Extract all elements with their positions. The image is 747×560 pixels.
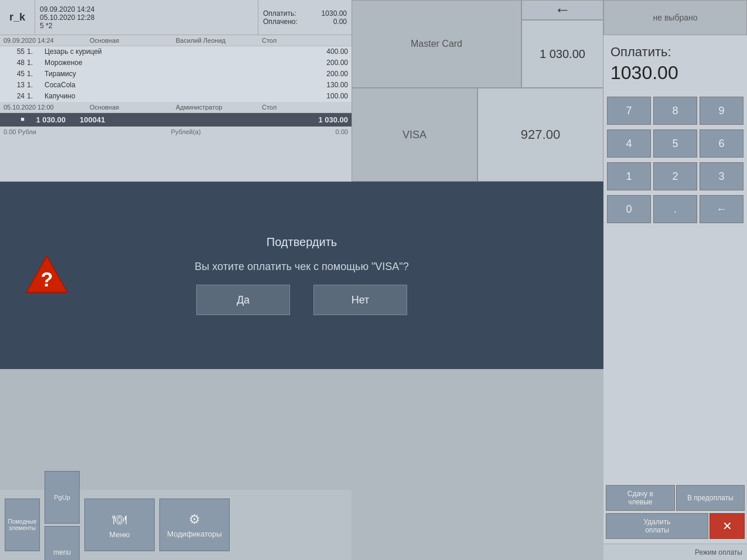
numpad-1[interactable]: 1 [607,162,651,190]
section1-name: Основная [90,37,176,44]
menu-label: Меню [109,530,129,539]
pomosh-button[interactable]: Помодные элементы [5,498,40,551]
section1-header: 09.09.2020 14:24 Основная Василий Леонид… [0,35,352,46]
section2-table: Стол [262,104,348,111]
count-divisor: 5 *2 [40,22,253,30]
section2-date: 05.10.2020 12:00 [4,104,90,111]
date-cell: 09.09.2020 14:24 05.10.2020 12:28 5 *2 [35,0,258,35]
no-button[interactable]: Нет [313,285,407,315]
bottom-right-buttons: Сдачу в члевые В предоплаты Удалить опла… [603,483,747,544]
bottom-mid-panel [352,378,603,560]
right-panel: не выбрано Оплатить: 1030.00 7 8 9 4 5 6… [603,0,747,560]
numpad-row-2: 4 5 6 [606,128,745,159]
section2-waiter: Администратор [176,104,262,111]
warning-icon: ? [23,254,70,297]
status-bar: Режим оплаты [603,544,747,560]
section2-name: Основная [90,104,176,111]
dialog-question: Вы хотите оплатить чек с помощью "VISA"? [195,261,408,273]
table-row: 55 1. Цезарь с курицей 400.00 [0,46,352,57]
dialog-buttons: Да Нет [196,285,407,315]
numpad-row-3: 1 2 3 [606,161,745,192]
dialog-title: Подтвердить [267,235,337,249]
mastercard-button[interactable]: Master Card [352,0,521,88]
date1: 09.09.2020 14:24 [40,5,253,13]
gear-icon: ⚙ [189,512,200,527]
totals-cell: Оплатить: 1030.00 Оплачено: 0.00 [258,0,352,35]
footer-value: 0.00 [336,128,348,135]
numpad-3[interactable]: 3 [700,162,743,190]
numpad-6[interactable]: 6 [700,129,743,158]
pgdn-button[interactable]: menu [45,526,80,560]
section2-header: 05.10.2020 12:00 Основная Администратор … [0,102,352,113]
to-pay-label: Оплатить: [263,9,296,18]
table-row: 48 1. Мороженое 200.00 [0,57,352,69]
numpad-0[interactable]: 0 [607,195,651,223]
numpad-2[interactable]: 2 [653,162,697,190]
footer-amount: 0.00 Рубли [4,128,36,135]
back-button[interactable]: ← [521,0,603,20]
not-selected-button[interactable]: не выбрано [603,0,747,35]
paid-value: 0.00 [333,18,347,26]
check-num: 100041 [68,115,307,124]
confirm-dialog: ? Подтвердить Вы хотите оплатить чек с п… [0,182,603,369]
pgup-button[interactable]: PgUp [45,471,80,524]
pay-label: Оплатить: [603,35,747,62]
udalit-button[interactable]: Удалить оплаты [606,513,708,539]
logo: r_k [0,0,35,35]
date2: 05.10.2020 12:28 [40,13,253,22]
numpad-4[interactable]: 4 [607,129,651,158]
table-row: 13 1. CocaCola 130.00 [0,80,352,91]
numpad-5[interactable]: 5 [653,129,697,158]
numpad-7[interactable]: 7 [607,97,651,125]
numpad-8[interactable]: 8 [653,97,697,125]
mid-bottom: VISA 927.00 [352,88,603,182]
section1-date: 09.09.2020 14:24 [4,37,90,44]
sdachu-predoplaty-row: Сдачу в члевые В предоплаты [606,485,745,511]
warning-triangle-icon: ? [23,254,70,295]
payment-amount-display: 1 030.00 [521,20,603,88]
delete-button[interactable]: ✕ [710,513,745,539]
pay-amount: 1030.00 [603,62,747,93]
visa-button[interactable]: VISA [352,88,477,182]
section1-waiter: Василий Леонид [176,37,262,44]
left-panel: r_k 09.09.2020 14:24 05.10.2020 12:28 5 … [0,0,352,182]
modifikatory-label: Модификаторы [167,530,221,538]
to-pay-value: 1030.00 [322,9,347,18]
numpad-row-1: 7 8 9 [606,95,745,126]
numpad: 7 8 9 4 5 6 1 2 3 0 . ← [603,93,747,483]
udalit-x-row: Удалить оплаты ✕ [606,513,745,539]
mid-top: Master Card ← 1 030.00 [352,0,603,88]
modifikatory-button[interactable]: ⚙ Модификаторы [159,498,230,551]
footer-label: Рублей(а) [36,128,336,135]
numpad-9[interactable]: 9 [700,97,743,125]
table-row: 45 1. Тирамису 200.00 [0,69,352,80]
footer-row: 0.00 Рубли Рублей(а) 0.00 [0,127,352,137]
header-row: r_k 09.09.2020 14:24 05.10.2020 12:28 5 … [0,0,352,35]
totals-summary-row: ■ 1 030.00 100041 1 030.00 [0,113,352,127]
visa-amount-display: 927.00 [477,88,603,182]
numpad-backspace[interactable]: ← [700,195,743,223]
total-amount: 1 030.00 [27,115,68,124]
paid-label: Оплачено: [263,18,298,26]
numpad-row-4: 0 . ← [606,194,745,224]
section1-table: Стол [262,37,348,44]
yes-button[interactable]: Да [196,285,290,315]
predoplaty-button[interactable]: В предоплаты [676,485,745,511]
bottom-left-panel: Помодные элементы PgUp menu 🍽 Меню ⚙ Мод… [0,490,352,560]
total-price: 1 030.00 [307,115,348,124]
menu-button[interactable]: 🍽 Меню [84,498,155,551]
table-row: 24 1. Капучино 100.00 [0,91,352,102]
sdachu-button[interactable]: Сдачу в члевые [606,485,675,511]
svg-text:?: ? [41,268,53,291]
menu-icon: 🍽 [112,511,127,528]
order-table: 09.09.2020 14:24 Основная Василий Леонид… [0,35,352,137]
payment-methods-panel: Master Card ← 1 030.00 VISA 927.00 [352,0,603,182]
numpad-dot[interactable]: . [653,195,697,223]
